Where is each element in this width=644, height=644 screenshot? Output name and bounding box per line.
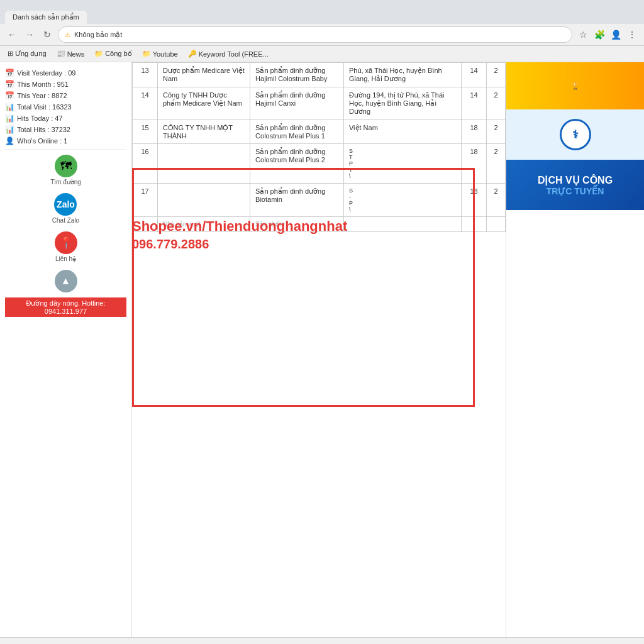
tim-duong-icon: 🗺 xyxy=(60,160,72,173)
main-content: Shopee.vn/Thienduonghangnhat 096.779.288… xyxy=(132,62,506,637)
product-17: Sản phẩm dinh dưỡng Biotamin xyxy=(250,184,344,217)
company-17 xyxy=(158,184,250,217)
browser-content: 📅 Visit Yesterday : 09 📅 This Month : 95… xyxy=(0,62,644,637)
right-panel: 🏆 ⚕ DỊCH VỤ CÔNG TRỰC TUYẾN xyxy=(506,62,644,637)
reload-button[interactable]: ↻ xyxy=(40,28,54,42)
calendar-icon-3: 📅 xyxy=(5,91,14,100)
col6-next xyxy=(487,217,506,232)
browser-toolbar: ← → ↻ ⚠ Không bảo mật ☆ 🧩 👤 ⋮ xyxy=(0,24,644,46)
stat-total-visit: 📊 Total Visit : 16323 xyxy=(5,101,126,113)
bookmark-news-label: News xyxy=(67,50,85,58)
col6-14: 2 xyxy=(487,87,506,120)
address-next xyxy=(343,217,461,232)
chart-icon-3: 📊 xyxy=(5,125,14,134)
table-row: 14 Công ty TNHH Dược phẩm Medicare Việt … xyxy=(133,87,506,120)
bookmarks-bar: ⊞ Ứng dụng 📰 News 📁 Công bố 📁 Youtube 🔑 … xyxy=(0,46,644,62)
address-17: S-P\ xyxy=(343,184,461,217)
row-num-14: 14 xyxy=(133,87,158,120)
row-num-16: 16 xyxy=(133,144,158,184)
bookmark-cong-bo[interactable]: 📁 Công bố xyxy=(92,48,134,59)
tool-lien-he[interactable]: 📍 Liên hệ xyxy=(55,231,77,262)
zalo-label: Chat Zalo xyxy=(52,217,79,224)
stat-this-year-label: This Year : 8872 xyxy=(17,92,67,99)
forward-button[interactable]: → xyxy=(23,28,36,42)
profile-button[interactable]: 👤 xyxy=(609,28,623,42)
user-icon: 👤 xyxy=(5,136,14,145)
banner-top-text: 🏆 xyxy=(571,82,580,90)
company-next: Nhà sản xuất xyxy=(158,217,250,232)
active-tab[interactable]: Danh sách sản phẩm xyxy=(5,11,87,24)
hotline-bar: Đường dây nóng. Hotline: 0941.311.977 xyxy=(5,297,126,317)
bookmark-cong-bo-label: Công bố xyxy=(105,50,131,58)
folder-icon-1: 📁 xyxy=(94,50,103,58)
browser-tabs: Danh sách sản phẩm xyxy=(0,5,644,24)
data-table: 13 Dược phẩm Medicare Việt Nam Sản phẩm … xyxy=(132,62,506,232)
calendar-icon-2: 📅 xyxy=(5,80,14,89)
chart-icon-2: 📊 xyxy=(5,114,14,123)
toolbar-right: ☆ 🧩 👤 ⋮ xyxy=(576,28,639,42)
table-row: 13 Dược phẩm Medicare Việt Nam Sản phẩm … xyxy=(133,63,506,87)
stat-visit-yesterday: 📅 Visit Yesterday : 09 xyxy=(5,67,126,79)
address-16: STPT\ xyxy=(343,144,461,184)
stat-total-hits: 📊 Total Hits : 37232 xyxy=(5,124,126,135)
banner-dich-vu-title: DỊCH VỤ CÔNG xyxy=(538,174,613,186)
company-16 xyxy=(158,144,250,184)
apps-icon: ⊞ xyxy=(8,50,13,58)
col6-13: 2 xyxy=(487,63,506,87)
back-button[interactable]: ← xyxy=(5,28,19,42)
scroll-top-icon: ▲ xyxy=(61,275,71,287)
table-row: Nhà sản xuất Sản phẩm xyxy=(133,217,506,232)
menu-button[interactable]: ⋮ xyxy=(625,28,639,42)
stat-hits-today: 📊 Hits Today : 47 xyxy=(5,113,126,124)
col5-15: 18 xyxy=(462,120,487,144)
tool-scroll-top[interactable]: ▲ xyxy=(55,270,77,292)
news-icon: 📰 xyxy=(57,50,65,58)
bookmark-keyword[interactable]: 🔑 Keyword Tool (FREE... xyxy=(186,48,271,59)
table-row: 17 Sản phẩm dinh dưỡng Biotamin S-P\ 18 … xyxy=(133,184,506,217)
circle-logo: ⚕ xyxy=(560,119,591,150)
overlay-phone-text: 096.779.2886 xyxy=(132,237,209,252)
col5-17: 18 xyxy=(462,184,487,217)
status-bar xyxy=(0,637,644,644)
scroll-top-icon-bg: ▲ xyxy=(55,270,77,292)
banner-dich-vu-subtitle: TRỰC TUYẾN xyxy=(547,186,604,196)
product-next: Sản phẩm xyxy=(250,217,344,232)
lien-he-icon: 📍 xyxy=(59,236,73,250)
tool-tim-duong[interactable]: 🗺 Tìm đường xyxy=(50,155,81,186)
sidebar-tools: 🗺 Tìm đường Zalo Chat Zalo 📍 Liên hệ ▲ xyxy=(5,155,126,292)
address-15: Việt Nam xyxy=(343,120,461,144)
banner-top: 🏆 xyxy=(506,62,644,109)
bookmark-keyword-label: Keyword Tool (FREE... xyxy=(199,50,269,58)
stat-visit-yesterday-label: Visit Yesterday : 09 xyxy=(17,69,75,77)
circle-logo-symbol: ⚕ xyxy=(572,128,579,142)
bookmark-news[interactable]: 📰 News xyxy=(54,48,87,59)
tool-chat-zalo[interactable]: Zalo Chat Zalo xyxy=(52,193,79,224)
col5-14: 14 xyxy=(462,87,487,120)
bookmark-youtube[interactable]: 📁 Youtube xyxy=(140,48,180,59)
bookmark-apps-label: Ứng dụng xyxy=(15,50,47,58)
calendar-icon-1: 📅 xyxy=(5,69,14,77)
security-icon: ⚠ xyxy=(65,31,70,38)
tim-duong-icon-bg: 🗺 xyxy=(55,155,77,177)
row-num-next xyxy=(133,217,158,232)
lien-he-icon-bg: 📍 xyxy=(55,231,77,254)
row-num-15: 15 xyxy=(133,120,158,144)
chart-icon-1: 📊 xyxy=(5,103,14,111)
address-14: Đường 194, thị tứ Phú, xã Thái Học, huyệ… xyxy=(343,87,461,120)
hotline-text: Đường dây nóng. Hotline: 0941.311.977 xyxy=(26,299,106,315)
extensions-button[interactable]: 🧩 xyxy=(592,28,606,42)
col6-17: 2 xyxy=(487,184,506,217)
address-bar[interactable]: ⚠ Không bảo mật xyxy=(58,26,572,43)
stat-hits-today-label: Hits Today : 47 xyxy=(17,114,63,122)
bookmark-apps[interactable]: ⊞ Ứng dụng xyxy=(5,48,49,59)
row-num-13: 13 xyxy=(133,63,158,87)
stat-whos-online: 👤 Who's Online : 1 xyxy=(5,135,126,147)
stat-whos-online-label: Who's Online : 1 xyxy=(17,137,67,145)
product-16: Sản phẩm dinh dưỡng Colostrum Meal Plus … xyxy=(250,144,344,184)
star-button[interactable]: ☆ xyxy=(576,28,590,42)
banner-circle: ⚕ xyxy=(506,109,644,160)
browser-chrome: Danh sách sản phẩm ← → ↻ ⚠ Không bảo mật… xyxy=(0,0,644,62)
company-13: Dược phẩm Medicare Việt Nam xyxy=(158,63,250,87)
product-15: Sản phẩm dinh dưỡng Colostrum Meal Plus … xyxy=(250,120,344,144)
left-sidebar: 📅 Visit Yesterday : 09 📅 This Month : 95… xyxy=(0,62,132,637)
